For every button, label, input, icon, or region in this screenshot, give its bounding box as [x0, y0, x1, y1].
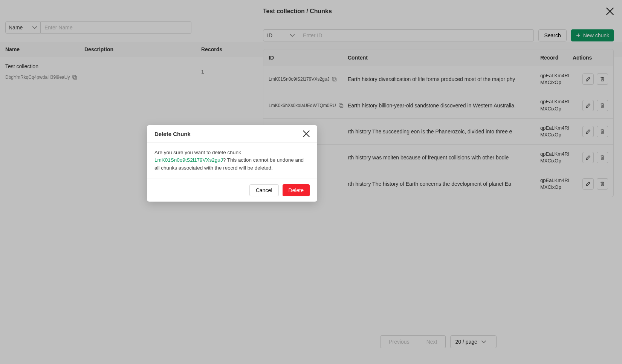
modal-chunk-id: LmK01Sn0o9tS2l179VXs2guJ	[154, 157, 223, 163]
close-icon[interactable]	[303, 130, 310, 137]
modal-body-text: Are you sure you want to delete chunk Lm…	[147, 143, 317, 179]
modal-title: Delete Chunk	[154, 131, 191, 137]
cancel-button[interactable]: Cancel	[249, 184, 279, 196]
delete-button[interactable]: Delete	[283, 184, 310, 196]
delete-chunk-modal: Delete Chunk Are you sure you want to de…	[147, 125, 317, 202]
